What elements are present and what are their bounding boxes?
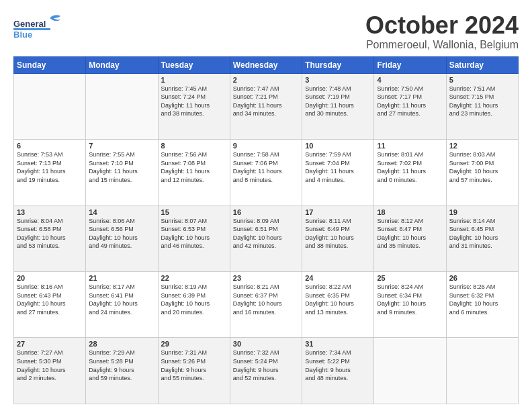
day-cell: 17Sunrise: 8:11 AM Sunset: 6:49 PM Dayli… bbox=[302, 205, 374, 271]
day-info: Sunrise: 7:47 AM Sunset: 7:21 PM Dayligh… bbox=[233, 85, 299, 118]
day-cell: 15Sunrise: 8:07 AM Sunset: 6:53 PM Dayli… bbox=[158, 205, 230, 271]
col-tuesday: Tuesday bbox=[158, 56, 230, 73]
day-number: 14 bbox=[89, 208, 154, 216]
week-row-3: 13Sunrise: 8:04 AM Sunset: 6:58 PM Dayli… bbox=[14, 205, 519, 271]
day-number: 22 bbox=[161, 274, 227, 282]
col-monday: Monday bbox=[86, 56, 158, 73]
day-number: 10 bbox=[305, 142, 371, 150]
day-info: Sunrise: 8:07 AM Sunset: 6:53 PM Dayligh… bbox=[161, 217, 227, 250]
day-cell bbox=[374, 338, 446, 404]
col-thursday: Thursday bbox=[302, 56, 374, 73]
day-number: 13 bbox=[17, 208, 83, 216]
day-info: Sunrise: 7:29 AM Sunset: 5:28 PM Dayligh… bbox=[89, 349, 154, 382]
week-row-4: 20Sunrise: 8:16 AM Sunset: 6:43 PM Dayli… bbox=[14, 272, 519, 338]
day-info: Sunrise: 7:56 AM Sunset: 7:08 PM Dayligh… bbox=[161, 150, 227, 184]
day-cell: 16Sunrise: 8:09 AM Sunset: 6:51 PM Dayli… bbox=[230, 205, 302, 271]
day-cell: 29Sunrise: 7:31 AM Sunset: 5:26 PM Dayli… bbox=[158, 338, 230, 404]
day-info: Sunrise: 8:03 AM Sunset: 7:00 PM Dayligh… bbox=[449, 150, 515, 184]
day-info: Sunrise: 8:17 AM Sunset: 6:41 PM Dayligh… bbox=[89, 283, 154, 316]
day-info: Sunrise: 8:04 AM Sunset: 6:58 PM Dayligh… bbox=[17, 217, 83, 250]
day-number: 31 bbox=[305, 340, 371, 348]
day-info: Sunrise: 7:34 AM Sunset: 5:22 PM Dayligh… bbox=[305, 349, 371, 382]
day-cell bbox=[446, 338, 518, 404]
day-number: 20 bbox=[17, 274, 83, 282]
day-info: Sunrise: 7:45 AM Sunset: 7:24 PM Dayligh… bbox=[161, 85, 227, 118]
day-cell: 10Sunrise: 7:59 AM Sunset: 7:04 PM Dayli… bbox=[302, 140, 374, 205]
day-number: 29 bbox=[161, 340, 227, 348]
day-cell: 18Sunrise: 8:12 AM Sunset: 6:47 PM Dayli… bbox=[374, 205, 446, 271]
logo-svg: General Blue bbox=[13, 12, 74, 42]
day-number: 27 bbox=[17, 340, 83, 348]
day-info: Sunrise: 8:21 AM Sunset: 6:37 PM Dayligh… bbox=[233, 283, 299, 316]
day-cell bbox=[14, 73, 86, 139]
day-cell: 23Sunrise: 8:21 AM Sunset: 6:37 PM Dayli… bbox=[230, 272, 302, 338]
col-sunday: Sunday bbox=[14, 56, 86, 73]
header-row: Sunday Monday Tuesday Wednesday Thursday… bbox=[14, 56, 519, 73]
day-cell: 20Sunrise: 8:16 AM Sunset: 6:43 PM Dayli… bbox=[14, 272, 86, 338]
day-number: 17 bbox=[305, 208, 371, 216]
day-info: Sunrise: 8:24 AM Sunset: 6:34 PM Dayligh… bbox=[377, 283, 443, 316]
day-number: 19 bbox=[449, 208, 515, 216]
header: General Blue October 2024 Pommeroeul, Wa… bbox=[13, 12, 519, 51]
day-info: Sunrise: 8:09 AM Sunset: 6:51 PM Dayligh… bbox=[233, 217, 299, 250]
day-number: 9 bbox=[233, 142, 299, 150]
day-info: Sunrise: 8:19 AM Sunset: 6:39 PM Dayligh… bbox=[161, 283, 227, 316]
day-cell: 21Sunrise: 8:17 AM Sunset: 6:41 PM Dayli… bbox=[86, 272, 158, 338]
day-cell: 7Sunrise: 7:55 AM Sunset: 7:10 PM Daylig… bbox=[86, 140, 158, 205]
day-info: Sunrise: 8:06 AM Sunset: 6:56 PM Dayligh… bbox=[89, 217, 154, 250]
day-number: 26 bbox=[449, 274, 515, 282]
day-info: Sunrise: 7:53 AM Sunset: 7:13 PM Dayligh… bbox=[17, 150, 83, 184]
day-number: 23 bbox=[233, 274, 299, 282]
day-info: Sunrise: 7:50 AM Sunset: 7:17 PM Dayligh… bbox=[377, 85, 443, 118]
title-block: October 2024 Pommeroeul, Wallonia, Belgi… bbox=[365, 12, 519, 51]
day-cell: 13Sunrise: 8:04 AM Sunset: 6:58 PM Dayli… bbox=[14, 205, 86, 271]
day-number: 16 bbox=[233, 208, 299, 216]
day-number: 15 bbox=[161, 208, 227, 216]
day-cell: 28Sunrise: 7:29 AM Sunset: 5:28 PM Dayli… bbox=[86, 338, 158, 404]
day-cell: 1Sunrise: 7:45 AM Sunset: 7:24 PM Daylig… bbox=[158, 73, 230, 139]
day-cell: 2Sunrise: 7:47 AM Sunset: 7:21 PM Daylig… bbox=[230, 73, 302, 139]
svg-text:General: General bbox=[13, 19, 46, 29]
day-number: 1 bbox=[161, 76, 227, 84]
day-cell: 6Sunrise: 7:53 AM Sunset: 7:13 PM Daylig… bbox=[14, 140, 86, 205]
day-info: Sunrise: 7:55 AM Sunset: 7:10 PM Dayligh… bbox=[89, 150, 154, 184]
day-cell: 3Sunrise: 7:48 AM Sunset: 7:19 PM Daylig… bbox=[302, 73, 374, 139]
day-number: 5 bbox=[449, 76, 515, 84]
day-info: Sunrise: 8:22 AM Sunset: 6:35 PM Dayligh… bbox=[305, 283, 371, 316]
day-number: 6 bbox=[17, 142, 83, 150]
week-row-1: 1Sunrise: 7:45 AM Sunset: 7:24 PM Daylig… bbox=[14, 73, 519, 139]
month-title: October 2024 bbox=[365, 12, 519, 39]
day-number: 24 bbox=[305, 274, 371, 282]
day-cell: 11Sunrise: 8:01 AM Sunset: 7:02 PM Dayli… bbox=[374, 140, 446, 205]
day-number: 8 bbox=[161, 142, 227, 150]
day-info: Sunrise: 8:11 AM Sunset: 6:49 PM Dayligh… bbox=[305, 217, 371, 250]
logo: General Blue bbox=[13, 12, 74, 42]
day-info: Sunrise: 7:48 AM Sunset: 7:19 PM Dayligh… bbox=[305, 85, 371, 118]
day-cell: 27Sunrise: 7:27 AM Sunset: 5:30 PM Dayli… bbox=[14, 338, 86, 404]
page: General Blue October 2024 Pommeroeul, Wa… bbox=[0, 0, 532, 411]
day-number: 7 bbox=[89, 142, 154, 150]
svg-text:Blue: Blue bbox=[13, 30, 32, 40]
week-row-2: 6Sunrise: 7:53 AM Sunset: 7:13 PM Daylig… bbox=[14, 140, 519, 205]
day-number: 3 bbox=[305, 76, 371, 84]
day-info: Sunrise: 7:31 AM Sunset: 5:26 PM Dayligh… bbox=[161, 349, 227, 382]
day-number: 18 bbox=[377, 208, 443, 216]
col-saturday: Saturday bbox=[446, 56, 518, 73]
day-info: Sunrise: 8:14 AM Sunset: 6:45 PM Dayligh… bbox=[449, 217, 515, 250]
day-cell: 24Sunrise: 8:22 AM Sunset: 6:35 PM Dayli… bbox=[302, 272, 374, 338]
location: Pommeroeul, Wallonia, Belgium bbox=[365, 39, 519, 51]
day-cell: 12Sunrise: 8:03 AM Sunset: 7:00 PM Dayli… bbox=[446, 140, 518, 205]
day-cell: 5Sunrise: 7:51 AM Sunset: 7:15 PM Daylig… bbox=[446, 73, 518, 139]
day-info: Sunrise: 7:51 AM Sunset: 7:15 PM Dayligh… bbox=[449, 85, 515, 118]
col-friday: Friday bbox=[374, 56, 446, 73]
day-info: Sunrise: 7:32 AM Sunset: 5:24 PM Dayligh… bbox=[233, 349, 299, 382]
calendar-table: Sunday Monday Tuesday Wednesday Thursday… bbox=[13, 56, 519, 404]
day-number: 28 bbox=[89, 340, 154, 348]
day-cell: 30Sunrise: 7:32 AM Sunset: 5:24 PM Dayli… bbox=[230, 338, 302, 404]
day-cell: 4Sunrise: 7:50 AM Sunset: 7:17 PM Daylig… bbox=[374, 73, 446, 139]
day-info: Sunrise: 7:59 AM Sunset: 7:04 PM Dayligh… bbox=[305, 150, 371, 184]
day-number: 4 bbox=[377, 76, 443, 84]
day-info: Sunrise: 8:16 AM Sunset: 6:43 PM Dayligh… bbox=[17, 283, 83, 316]
day-cell: 26Sunrise: 8:26 AM Sunset: 6:32 PM Dayli… bbox=[446, 272, 518, 338]
day-number: 11 bbox=[377, 142, 443, 150]
